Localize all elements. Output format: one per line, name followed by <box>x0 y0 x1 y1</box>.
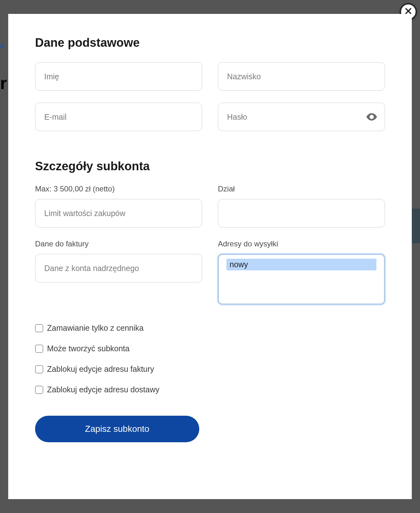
block-invoice-address-row[interactable]: Zablokuj edycje adresu faktury <box>35 365 385 374</box>
password-input[interactable] <box>218 103 385 131</box>
create-subaccounts-label: Może tworzyć subkonta <box>47 344 129 353</box>
block-delivery-address-checkbox[interactable] <box>35 386 43 394</box>
options-checkboxes: Zamawianie tylko z cennika Może tworzyć … <box>35 323 385 394</box>
toggle-password-visibility[interactable] <box>365 111 378 123</box>
invoice-data-input[interactable] <box>35 254 202 282</box>
order-from-pricelist-row[interactable]: Zamawianie tylko z cennika <box>35 323 385 333</box>
block-invoice-address-label: Zablokuj edycje adresu faktury <box>47 365 154 374</box>
last-name-input[interactable] <box>218 62 385 91</box>
shipping-addresses-listbox[interactable]: nowy <box>218 254 385 305</box>
create-subaccounts-row[interactable]: Może tworzyć subkonta <box>35 344 385 353</box>
first-name-input[interactable] <box>35 62 202 91</box>
svg-point-0 <box>371 116 373 118</box>
basic-data-title: Dane podstawowe <box>35 36 385 50</box>
department-label: Dział <box>218 184 385 193</box>
block-delivery-address-row[interactable]: Zablokuj edycje adresu dostawy <box>35 385 385 394</box>
block-invoice-address-checkbox[interactable] <box>35 365 43 373</box>
invoice-data-label: Dane do faktury <box>35 239 202 248</box>
shipping-address-option[interactable]: nowy <box>226 259 376 270</box>
max-limit-label: Max: 3 500,00 zł (netto) <box>35 184 202 193</box>
shipping-addresses-label: Adresy do wysyłki <box>218 239 385 248</box>
eye-icon <box>365 111 378 123</box>
modal: Dane podstawowe <box>8 14 412 499</box>
order-from-pricelist-checkbox[interactable] <box>35 324 43 332</box>
create-subaccounts-checkbox[interactable] <box>35 345 43 353</box>
purchase-limit-input[interactable] <box>35 199 202 227</box>
modal-overlay: Dane podstawowe <box>0 0 420 513</box>
save-subaccount-button[interactable]: Zapisz subkonto <box>35 416 199 442</box>
subaccount-details-title: Szczegóły subkonta <box>35 160 385 173</box>
department-input[interactable] <box>218 199 385 227</box>
block-delivery-address-label: Zablokuj edycje adresu dostawy <box>47 385 159 394</box>
subaccount-details-grid: Max: 3 500,00 zł (netto) Dział Dane do f… <box>35 184 385 305</box>
basic-data-grid <box>35 62 385 131</box>
email-input[interactable] <box>35 103 202 131</box>
order-from-pricelist-label: Zamawianie tylko z cennika <box>47 323 144 333</box>
